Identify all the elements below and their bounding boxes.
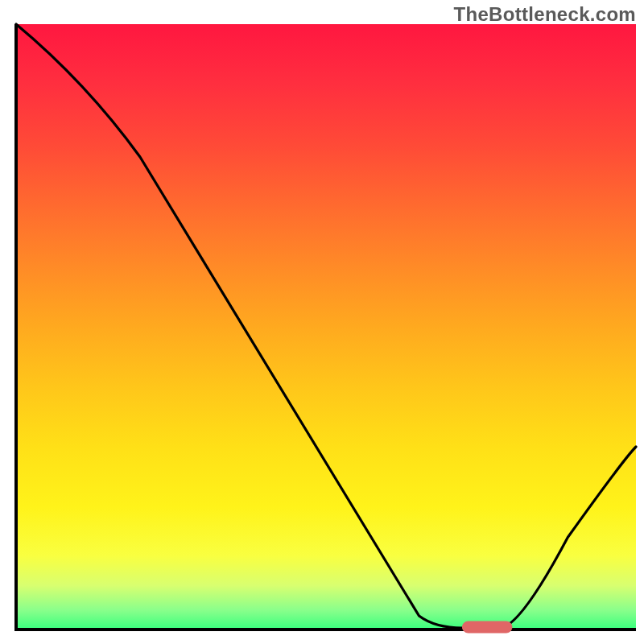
optimum-marker [462, 621, 512, 633]
chart-root: TheBottleneck.com [0, 0, 644, 644]
plot-background [16, 24, 636, 628]
bottleneck-chart [0, 0, 644, 644]
watermark-text: TheBottleneck.com [454, 3, 636, 26]
